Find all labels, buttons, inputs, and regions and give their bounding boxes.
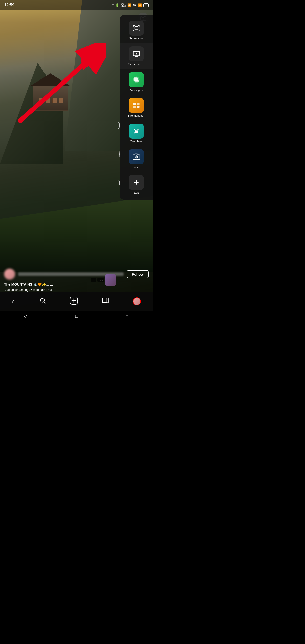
- wifi-icon: 📶: [127, 3, 131, 7]
- bottom-nav: ⌂: [0, 292, 153, 311]
- building-body: [33, 86, 68, 111]
- building-roof: [30, 73, 70, 86]
- window: [52, 98, 57, 103]
- data-speed: 243KB/S: [121, 3, 126, 7]
- camera-app-icon-box: [129, 149, 144, 164]
- svg-point-13: [137, 79, 137, 79]
- camera-app-icon: [133, 153, 140, 160]
- svg-point-26: [40, 298, 44, 302]
- home-button[interactable]: □: [75, 314, 78, 319]
- svg-point-23: [136, 156, 137, 158]
- screen-rec-icon: [133, 50, 140, 58]
- svg-rect-10: [135, 80, 139, 82]
- messages-icon: [133, 76, 140, 84]
- follow-button[interactable]: Follow: [127, 270, 149, 278]
- music-note-icon: ♪: [4, 288, 6, 292]
- building: [30, 75, 70, 111]
- calculator-icon: [133, 127, 140, 135]
- file-manager-icon-box: [129, 98, 144, 113]
- svg-rect-4: [135, 27, 138, 30]
- home-icon: ⌂: [12, 298, 16, 305]
- right-bracket-2: }: [118, 150, 120, 158]
- screen-rec-label: Screen rec...: [128, 63, 144, 66]
- signal-icon: 📶: [138, 3, 142, 7]
- bottom-overlay: Follow The MOUNTAINS 🏔️🧡✨... ... ♪ akank…: [0, 269, 153, 292]
- svg-rect-14: [133, 103, 136, 105]
- svg-rect-15: [137, 103, 139, 105]
- right-bracket-3: ): [118, 179, 120, 187]
- calculator-icon-box: [129, 124, 144, 139]
- screenshot-icon-box: [129, 21, 144, 36]
- video-icon: [102, 297, 109, 306]
- right-bracket-1: ): [118, 121, 120, 129]
- call-icon: ☎: [133, 3, 137, 7]
- file-manager-panel-item[interactable]: File Manager: [120, 95, 153, 120]
- nav-search[interactable]: [39, 297, 46, 305]
- building-windows: [39, 98, 63, 103]
- calculator-label: Calculator: [130, 140, 143, 143]
- thumbnail-image[interactable]: [105, 274, 116, 286]
- edit-label: Edit: [134, 191, 139, 194]
- messages-label: Messages: [130, 89, 143, 92]
- add-icon: [70, 297, 78, 306]
- calculator-panel-item[interactable]: Calculator: [120, 120, 153, 146]
- search-icon: [39, 297, 46, 305]
- screen-rec-icon-box: [129, 46, 144, 61]
- svg-marker-6: [136, 53, 138, 55]
- window: [46, 98, 50, 103]
- ground: [0, 196, 153, 272]
- file-manager-icon: [133, 102, 140, 109]
- svg-point-12: [136, 79, 137, 79]
- back-button[interactable]: ◁: [24, 314, 27, 319]
- music-text: akanksha.monga • Mountains ma: [7, 288, 52, 292]
- screenshot-icon: [133, 24, 140, 32]
- plus-icon: [133, 179, 140, 186]
- side-panel: Screenshot Screen rec...: [120, 15, 153, 200]
- edit-icon-box: [129, 175, 144, 190]
- nav-profile[interactable]: [133, 297, 141, 305]
- messages-icon-box: [129, 72, 144, 87]
- svg-rect-16: [133, 106, 136, 108]
- nav-add[interactable]: [70, 297, 78, 306]
- profile-avatar: [133, 297, 141, 305]
- messages-panel-item[interactable]: Messages: [120, 69, 153, 95]
- status-icons: ⍑ 🔋 243KB/S 📶 ☎ 📶 75: [112, 3, 149, 7]
- svg-rect-31: [102, 298, 107, 303]
- svg-point-11: [135, 79, 136, 79]
- bluetooth-icon: ⍑: [112, 3, 114, 7]
- system-nav-bar: ◁ □ ≡: [0, 311, 153, 322]
- user-row: Follow: [4, 269, 149, 280]
- screenshot-label: Screenshot: [129, 37, 143, 40]
- edit-panel-item[interactable]: Edit: [120, 172, 153, 197]
- vibrate-icon: 🔋: [115, 3, 119, 7]
- recents-button[interactable]: ≡: [126, 314, 129, 319]
- plus2-badge: +2: [91, 278, 97, 282]
- svg-rect-17: [137, 106, 139, 108]
- status-bar: 12:59 ⍑ 🔋 243KB/S 📶 ☎ 📶 75: [0, 0, 153, 10]
- nav-home[interactable]: ⌂: [12, 298, 16, 305]
- s-badge: S...: [97, 278, 104, 282]
- window: [39, 98, 44, 103]
- music-row: ♪ akanksha.monga • Mountains ma: [4, 288, 149, 292]
- camera-app-label: Camera: [131, 166, 141, 169]
- caption-text: The MOUNTAINS 🏔️🧡✨... ...: [4, 282, 149, 286]
- battery-icon: 75: [143, 3, 149, 7]
- svg-line-27: [44, 302, 46, 303]
- window: [59, 98, 63, 103]
- screenshot-panel-item[interactable]: Screenshot: [120, 18, 153, 43]
- camera-panel-item[interactable]: Camera: [120, 146, 153, 172]
- thumbnail-row: +2 S...: [91, 274, 116, 286]
- nav-video[interactable]: [102, 297, 109, 306]
- status-time: 12:59: [4, 3, 14, 7]
- screen-rec-panel-item[interactable]: Screen rec...: [120, 43, 153, 69]
- file-manager-label: File Manager: [128, 114, 144, 117]
- user-avatar: [4, 269, 15, 280]
